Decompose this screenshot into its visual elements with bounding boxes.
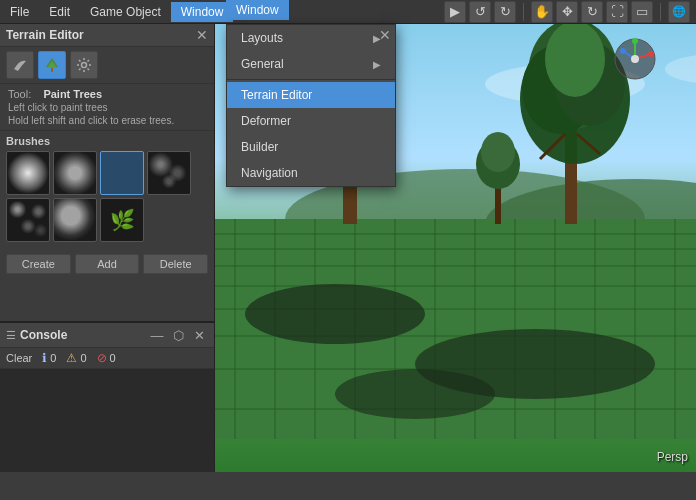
rotate-button[interactable]: ↻ [581, 1, 603, 23]
brush-hard[interactable] [100, 151, 144, 195]
error-count-value: 0 [110, 352, 116, 364]
menu-edit[interactable]: Edit [39, 2, 80, 22]
paint-trees-tool[interactable] [38, 51, 66, 79]
warning-count: ⚠ 0 [66, 351, 86, 365]
svg-point-31 [335, 369, 495, 419]
console-counts: ℹ 0 ⚠ 0 ⊘ 0 [42, 351, 115, 365]
settings-tool[interactable] [70, 51, 98, 79]
svg-point-29 [245, 284, 425, 344]
brush-blob[interactable] [53, 198, 97, 242]
brush-scatter[interactable] [6, 198, 50, 242]
hint1: Left click to paint trees [8, 102, 206, 113]
dropdown-deformer-label: Deformer [241, 114, 291, 128]
hint2: Hold left shift and click to erase trees… [8, 115, 206, 126]
dropdown-item-general[interactable]: General ▶ [227, 51, 395, 77]
svg-point-5 [665, 54, 696, 84]
console-body [0, 369, 214, 472]
brush-action-buttons: Create Add Delete [0, 250, 214, 278]
menu-game-object[interactable]: Game Object [80, 2, 171, 22]
dropdown-layouts-label: Layouts [241, 31, 283, 45]
dropdown-item-terrain-editor[interactable]: Terrain Editor [227, 82, 395, 108]
console-title: Console [20, 328, 144, 342]
svg-point-56 [631, 55, 639, 63]
brush-tree[interactable]: 🌿 [100, 198, 144, 242]
window-dropdown-menu[interactable]: ✕ Layouts ▶ General ▶ Terrain Editor Def… [226, 24, 396, 187]
dropdown-navigation-label: Navigation [241, 166, 298, 180]
terrain-panel-header: Terrain Editor ✕ [0, 24, 214, 47]
menu-file[interactable]: File [0, 2, 39, 22]
dropdown-item-layouts[interactable]: Layouts ▶ [227, 25, 395, 51]
brushes-grid: 🌿 [6, 151, 208, 242]
move-button[interactable]: ✥ [556, 1, 578, 23]
terrain-tool-info: Tool: Paint Trees Left click to paint tr… [0, 84, 214, 131]
left-panel: Terrain Editor ✕ [0, 24, 215, 472]
svg-point-55 [620, 48, 626, 54]
terrain-panel-title: Terrain Editor [6, 28, 84, 42]
viewport-perspective-label: Persp [657, 450, 688, 464]
dropdown-item-builder[interactable]: Builder [227, 134, 395, 160]
console-clear-button[interactable]: Clear [6, 352, 32, 364]
brushes-title: Brushes [6, 135, 208, 147]
console-minimize[interactable]: — [148, 326, 166, 344]
create-button[interactable]: Create [6, 254, 71, 274]
console-close[interactable]: ✕ [190, 326, 208, 344]
toolbar-separator-2 [660, 3, 661, 21]
dropdown-item-navigation[interactable]: Navigation [227, 160, 395, 186]
play-button[interactable]: ▶ [444, 1, 466, 23]
terrain-panel: Terrain Editor ✕ [0, 24, 214, 322]
undo-button[interactable]: ↺ [469, 1, 491, 23]
add-button[interactable]: Add [75, 254, 140, 274]
delete-button[interactable]: Delete [143, 254, 208, 274]
brush-soft[interactable] [6, 151, 50, 195]
console-icon: ☰ [6, 329, 16, 342]
dropdown-builder-label: Builder [241, 140, 278, 154]
window-menu-label: Window [236, 3, 279, 17]
scale-button[interactable]: ⛶ [606, 1, 628, 23]
dropdown-general-label: General [241, 57, 284, 71]
info-count-value: 0 [50, 352, 56, 364]
svg-point-51 [648, 51, 654, 57]
dropdown-terrain-editor-label: Terrain Editor [241, 88, 312, 102]
console-header: ☰ Console — ⬡ ✕ [0, 323, 214, 348]
error-count: ⊘ 0 [97, 351, 116, 365]
tool-name-value: Paint Trees [43, 88, 102, 100]
redo-button[interactable]: ↻ [494, 1, 516, 23]
rect-button[interactable]: ▭ [631, 1, 653, 23]
console-popout[interactable]: ⬡ [169, 326, 187, 344]
layers-button[interactable]: 🌐 [668, 1, 690, 23]
info-count: ℹ 0 [42, 351, 56, 365]
dropdown-separator-1 [227, 79, 395, 80]
terrain-panel-close[interactable]: ✕ [196, 28, 208, 42]
menu-bar: File Edit Game Object Window Help ▶ ↺ ↻ … [0, 0, 696, 24]
brushes-section: Brushes 🌿 [0, 131, 214, 246]
toolbar-separator-1 [523, 3, 524, 21]
svg-point-43 [545, 24, 605, 97]
svg-point-53 [632, 38, 638, 44]
dropdown-item-deformer[interactable]: Deformer [227, 108, 395, 134]
brush-medium[interactable] [53, 151, 97, 195]
pan-button[interactable]: ✋ [531, 1, 553, 23]
info-icon: ℹ [42, 351, 47, 365]
warning-icon: ⚠ [66, 351, 77, 365]
paint-brush-tool[interactable] [6, 51, 34, 79]
error-icon: ⊘ [97, 351, 107, 365]
menu-window[interactable]: Window [171, 2, 234, 22]
dropdown-general-arrow: ▶ [373, 59, 381, 70]
tool-label: Tool: [8, 88, 31, 100]
brush-rough[interactable] [147, 151, 191, 195]
console-header-buttons: — ⬡ ✕ [148, 326, 208, 344]
svg-point-3 [82, 63, 87, 68]
terrain-toolbar [0, 47, 214, 84]
console-panel: ☰ Console — ⬡ ✕ Clear ℹ 0 ⚠ 0 [0, 322, 214, 472]
window-menu-active: Window [226, 0, 289, 20]
console-toolbar: Clear ℹ 0 ⚠ 0 ⊘ 0 [0, 348, 214, 369]
warning-count-value: 0 [80, 352, 86, 364]
svg-point-48 [481, 132, 515, 172]
dropdown-close-btn[interactable]: ✕ [379, 27, 391, 43]
